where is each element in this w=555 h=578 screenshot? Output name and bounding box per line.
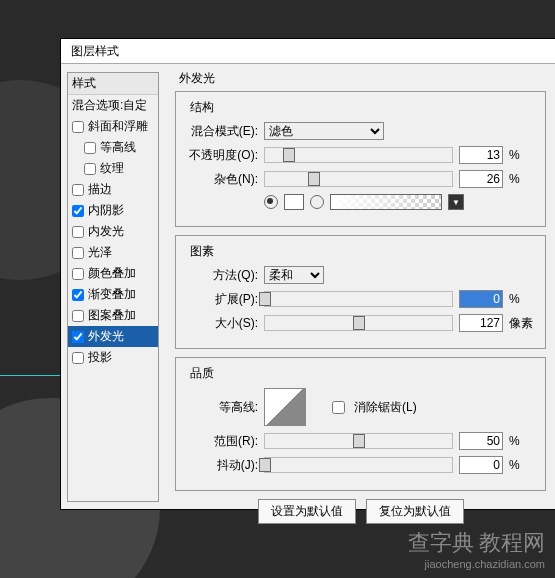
method-label: 方法(Q): bbox=[186, 267, 258, 284]
effect-checkbox[interactable] bbox=[72, 184, 84, 196]
element-group: 图素 方法(Q): 柔和 扩展(P): % 大小(S): 像素 bbox=[175, 235, 546, 349]
antialias-checkbox[interactable] bbox=[332, 401, 345, 414]
spread-label: 扩展(P): bbox=[186, 291, 258, 308]
jitter-unit: % bbox=[509, 458, 535, 472]
effect-label: 外发光 bbox=[88, 328, 124, 345]
effect-checkbox[interactable] bbox=[72, 289, 84, 301]
range-slider[interactable] bbox=[264, 433, 453, 449]
panel-title: 外发光 bbox=[175, 70, 546, 87]
size-slider[interactable] bbox=[264, 315, 453, 331]
sidebar-item-effect[interactable]: 光泽 bbox=[68, 242, 158, 263]
effect-checkbox[interactable] bbox=[72, 268, 84, 280]
effect-label: 内阴影 bbox=[88, 202, 124, 219]
effect-label: 纹理 bbox=[100, 160, 124, 177]
effect-checkbox[interactable] bbox=[72, 247, 84, 259]
jitter-label: 抖动(J): bbox=[186, 457, 258, 474]
layer-style-dialog: 图层样式 样式 混合选项:自定 斜面和浮雕等高线纹理描边内阴影内发光光泽颜色叠加… bbox=[60, 38, 555, 510]
range-input[interactable] bbox=[459, 432, 503, 450]
jitter-slider[interactable] bbox=[264, 457, 453, 473]
effect-label: 图案叠加 bbox=[88, 307, 136, 324]
sidebar-item-effect[interactable]: 内阴影 bbox=[68, 200, 158, 221]
sidebar-item-effect[interactable]: 外发光 bbox=[68, 326, 158, 347]
structure-group: 结构 混合模式(E): 滤色 不透明度(O): % 杂色(N): % bbox=[175, 91, 546, 227]
opacity-input[interactable] bbox=[459, 146, 503, 164]
effect-checkbox[interactable] bbox=[84, 163, 96, 175]
spread-unit: % bbox=[509, 292, 535, 306]
blend-mode-label: 混合模式(E): bbox=[186, 123, 258, 140]
antialias-label: 消除锯齿(L) bbox=[354, 399, 417, 416]
contour-picker[interactable] bbox=[264, 388, 306, 426]
effect-checkbox[interactable] bbox=[72, 331, 84, 343]
sidebar-item-effect[interactable]: 图案叠加 bbox=[68, 305, 158, 326]
noise-input[interactable] bbox=[459, 170, 503, 188]
method-select[interactable]: 柔和 bbox=[264, 266, 324, 284]
sidebar-header: 样式 bbox=[68, 73, 158, 95]
size-unit: 像素 bbox=[509, 315, 535, 332]
effect-checkbox[interactable] bbox=[72, 121, 84, 133]
effect-checkbox[interactable] bbox=[72, 226, 84, 238]
blend-options-item[interactable]: 混合选项:自定 bbox=[68, 95, 158, 116]
spread-slider[interactable] bbox=[264, 291, 453, 307]
noise-unit: % bbox=[509, 172, 535, 186]
blend-mode-select[interactable]: 滤色 bbox=[264, 122, 384, 140]
color-swatch[interactable] bbox=[284, 194, 304, 210]
noise-slider[interactable] bbox=[264, 171, 453, 187]
effect-label: 光泽 bbox=[88, 244, 112, 261]
opacity-slider[interactable] bbox=[264, 147, 453, 163]
size-input[interactable] bbox=[459, 314, 503, 332]
reset-default-button[interactable]: 复位为默认值 bbox=[366, 499, 464, 524]
sidebar-item-effect[interactable]: 斜面和浮雕 bbox=[68, 116, 158, 137]
effect-checkbox[interactable] bbox=[84, 142, 96, 154]
effect-checkbox[interactable] bbox=[72, 310, 84, 322]
element-legend: 图素 bbox=[186, 243, 218, 260]
effect-checkbox[interactable] bbox=[72, 352, 84, 364]
watermark-url: jiaocheng.chazidian.com bbox=[408, 558, 546, 570]
range-label: 范围(R): bbox=[186, 433, 258, 450]
color-radio[interactable] bbox=[264, 195, 278, 209]
styles-sidebar: 样式 混合选项:自定 斜面和浮雕等高线纹理描边内阴影内发光光泽颜色叠加渐变叠加图… bbox=[67, 72, 159, 502]
effect-checkbox[interactable] bbox=[72, 205, 84, 217]
dialog-title: 图层样式 bbox=[61, 39, 555, 64]
noise-label: 杂色(N): bbox=[186, 171, 258, 188]
sidebar-item-effect[interactable]: 描边 bbox=[68, 179, 158, 200]
structure-legend: 结构 bbox=[186, 99, 218, 116]
effect-label: 等高线 bbox=[100, 139, 136, 156]
sidebar-item-effect[interactable]: 内发光 bbox=[68, 221, 158, 242]
effect-label: 颜色叠加 bbox=[88, 265, 136, 282]
effect-label: 描边 bbox=[88, 181, 112, 198]
sidebar-item-effect[interactable]: 颜色叠加 bbox=[68, 263, 158, 284]
effect-label: 投影 bbox=[88, 349, 112, 366]
sidebar-item-effect[interactable]: 纹理 bbox=[68, 158, 158, 179]
sidebar-item-effect[interactable]: 渐变叠加 bbox=[68, 284, 158, 305]
size-label: 大小(S): bbox=[186, 315, 258, 332]
gradient-radio[interactable] bbox=[310, 195, 324, 209]
gradient-dropdown-icon[interactable]: ▼ bbox=[448, 194, 464, 210]
effect-label: 渐变叠加 bbox=[88, 286, 136, 303]
opacity-label: 不透明度(O): bbox=[186, 147, 258, 164]
sidebar-item-effect[interactable]: 等高线 bbox=[68, 137, 158, 158]
watermark: 查字典 教程网 jiaocheng.chazidian.com bbox=[408, 528, 546, 570]
sidebar-item-effect[interactable]: 投影 bbox=[68, 347, 158, 368]
contour-label: 等高线: bbox=[186, 399, 258, 416]
jitter-input[interactable] bbox=[459, 456, 503, 474]
spread-input[interactable] bbox=[459, 290, 503, 308]
gradient-picker[interactable] bbox=[330, 194, 442, 210]
quality-group: 品质 等高线: 消除锯齿(L) 范围(R): % 抖动(J): bbox=[175, 357, 546, 491]
quality-legend: 品质 bbox=[186, 365, 218, 382]
opacity-unit: % bbox=[509, 148, 535, 162]
effect-label: 内发光 bbox=[88, 223, 124, 240]
watermark-title: 查字典 教程网 bbox=[408, 528, 546, 558]
range-unit: % bbox=[509, 434, 535, 448]
set-default-button[interactable]: 设置为默认值 bbox=[258, 499, 356, 524]
effect-label: 斜面和浮雕 bbox=[88, 118, 148, 135]
